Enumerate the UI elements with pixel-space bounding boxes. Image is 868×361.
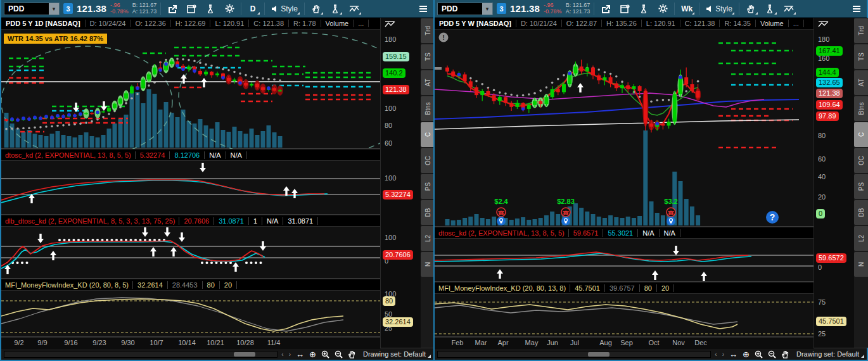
indicator-chart-mfi[interactable] <box>1 291 380 337</box>
linked-charts-badge[interactable]: 3 <box>63 3 73 14</box>
pan-icon[interactable]: ↔ <box>295 350 305 358</box>
crosshair-icon[interactable]: ⊕ <box>308 350 317 358</box>
candle <box>451 72 455 77</box>
chart-menu-button[interactable] <box>416 2 431 16</box>
price-badge: 140.2 <box>383 68 405 78</box>
settings-button[interactable] <box>222 2 237 16</box>
zoom-in-icon[interactable] <box>753 350 764 358</box>
price-tick: 180 <box>818 35 829 43</box>
change-percent: -0.78% <box>110 9 129 15</box>
flask-icon <box>765 4 774 13</box>
pan-icon[interactable]: ↔ <box>728 350 739 358</box>
price-axis[interactable]: 180100806010010001005025159.15140.2121.3… <box>380 18 421 348</box>
tests-button[interactable] <box>328 2 343 16</box>
patterns-button[interactable] <box>347 2 362 16</box>
gadget-tab-n[interactable]: N <box>854 252 868 277</box>
gadget-tab-c[interactable]: C <box>854 122 868 147</box>
timeframe-button[interactable]: Wk <box>679 2 695 16</box>
drawing-set-selector[interactable]: Drawing set: Default <box>363 350 431 358</box>
hand-tool-icon[interactable] <box>347 350 357 358</box>
time-axis[interactable]: 9/29/99/169/239/3010/710/1410/2110/2811/… <box>1 337 380 349</box>
style-button[interactable]: Style <box>703 2 735 16</box>
candle <box>475 87 478 95</box>
gadget-tab-l2[interactable]: L2 <box>854 226 868 251</box>
events-button[interactable] <box>617 2 632 16</box>
zoom-in-icon[interactable] <box>320 350 331 358</box>
indicator-title: MFI_MoneyFlowIndex_KD (20, 80, 8, 5) <box>1 281 133 289</box>
chart-scrollbar[interactable] <box>437 351 711 358</box>
symbol-input[interactable]: PDD ▾ <box>4 3 60 15</box>
gadget-tab-btns[interactable]: Btns <box>854 96 868 121</box>
candle <box>661 124 665 125</box>
time-axis[interactable]: FebMarAprMayJunJulAugSepOctNovDec <box>435 337 814 349</box>
indicator-chart-mfi[interactable] <box>435 294 814 337</box>
candle <box>215 73 219 75</box>
indicator-chart-dtosc[interactable] <box>1 161 380 215</box>
indicator-value: N/A <box>205 151 226 159</box>
chart-title: PDD 5 Y 1D [NASDAQ] <box>1 20 86 27</box>
chart-scale-icon[interactable] <box>818 20 829 28</box>
candle <box>504 97 507 103</box>
indicator-value: 20 <box>220 281 237 289</box>
scrollbar-thumb[interactable] <box>588 352 610 357</box>
scroll-left-button[interactable]: ‹ <box>713 351 718 358</box>
indicator-value: N/A <box>226 151 247 159</box>
indicator-value: 31.0871 <box>283 217 318 225</box>
gadget-tab-db[interactable]: DB <box>854 200 868 225</box>
gadget-tab-oc[interactable]: OC <box>854 148 868 173</box>
chart-scale-icon[interactable] <box>385 20 396 28</box>
price-axis[interactable]: 1801608060402007525167.41144.4132.65121.… <box>814 18 854 348</box>
price-tick: 20 <box>818 193 826 201</box>
zoom-out-icon[interactable] <box>767 350 777 358</box>
time-axis-label: Feb <box>452 339 464 346</box>
settings-button[interactable] <box>655 2 670 16</box>
share-button[interactable] <box>598 2 613 16</box>
price-chart-canvas: $2.4☎$2.83☎$3.2☎?! <box>435 30 814 227</box>
candle <box>480 91 484 95</box>
main-price-chart[interactable]: WTR 14.35 vs ATR 16.42 87% <box>1 30 380 149</box>
candle <box>210 72 214 75</box>
timeframe-button[interactable]: D <box>245 2 260 16</box>
gadget-tab-trd[interactable]: Trd <box>854 18 868 43</box>
symbol-dropdown-button[interactable]: ▾ <box>482 3 492 15</box>
calendar-alert-icon <box>187 4 196 13</box>
indicator-chart-dtosc[interactable] <box>435 239 814 282</box>
share-button[interactable] <box>165 2 180 16</box>
gadget-tab-at[interactable]: AT <box>854 70 868 95</box>
events-button[interactable] <box>184 2 199 16</box>
crosshair-icon[interactable]: ⊕ <box>741 350 751 358</box>
main-price-chart[interactable]: $2.4☎$2.83☎$3.2☎?! <box>435 30 814 227</box>
candle <box>696 91 700 98</box>
tests-button[interactable] <box>762 2 777 16</box>
chart-status-bar: ‹ › ↔ ⊕ Drawing set: Default <box>1 348 433 360</box>
scroll-left-button[interactable]: ‹ <box>280 351 284 358</box>
gadget-tab-ps[interactable]: PS <box>854 174 868 199</box>
cursor-tool-button[interactable] <box>309 2 324 16</box>
scroll-right-button[interactable]: › <box>288 351 292 358</box>
drawing-set-selector[interactable]: Drawing set: Default <box>796 350 864 358</box>
style-button[interactable]: Style <box>269 2 300 16</box>
gadget-tab-ts[interactable]: TS <box>854 44 868 69</box>
price-levels <box>718 43 793 148</box>
patterns-button[interactable] <box>781 2 796 16</box>
chart-menu-button[interactable] <box>849 2 864 16</box>
studies-button[interactable] <box>203 2 218 16</box>
scroll-right-button[interactable]: › <box>721 351 725 358</box>
timeframe-label: Wk <box>681 4 692 13</box>
studies-button[interactable] <box>636 2 651 16</box>
hand-tool-icon[interactable] <box>780 350 790 358</box>
zoom-out-icon[interactable] <box>333 350 344 358</box>
time-axis-label: Oct <box>648 339 659 346</box>
scrollbar-thumb[interactable] <box>234 352 255 357</box>
chart-scrollbar[interactable] <box>4 351 278 358</box>
indicator-chart-dlb-dtosc[interactable] <box>1 227 380 279</box>
up-arrow-signal <box>150 247 156 256</box>
help-icon: ? <box>766 211 779 224</box>
chart-content: PDD 5 Y 1D [NASDAQ]D: 10/24/24O: 122.36H… <box>1 18 433 348</box>
linked-charts-badge[interactable]: 3 <box>497 3 506 14</box>
symbol-dropdown-button[interactable]: ▾ <box>49 3 59 15</box>
candle <box>684 77 688 84</box>
cursor-tool-button[interactable] <box>743 2 758 16</box>
up-arrow-signal <box>201 78 207 87</box>
symbol-input[interactable]: PDD ▾ <box>437 3 493 15</box>
